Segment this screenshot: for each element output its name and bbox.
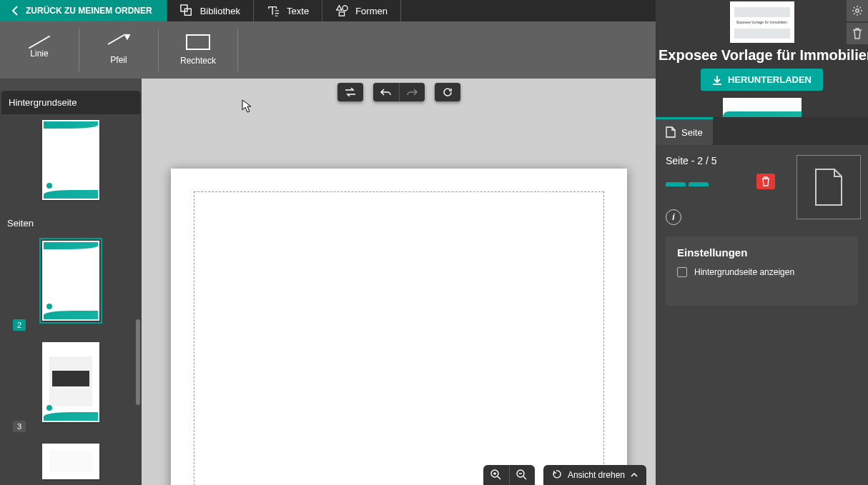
rectangle-icon [186,34,210,50]
secondary-preview [723,98,802,117]
show-background-label: Hintergrundseite anzeigen [694,267,794,277]
redo-button[interactable] [399,83,425,101]
view-controls: Ansicht drehen [483,465,646,485]
page-settings: Einstellungen Hintergrundseite anzeigen [666,236,858,306]
document-preview: Exposee Vorlage für Immobilien [730,1,794,43]
separator [237,29,238,71]
trash-icon [852,28,862,39]
svg-point-7 [856,9,859,12]
property-body: Seite - 2 / 5 i Einstellungen Hintergrun… [656,145,868,485]
delete-document-button[interactable] [847,23,868,44]
zoom-in-button[interactable] [483,465,509,485]
scrollbar[interactable] [136,319,140,405]
settings-title: Einstellungen [677,246,847,259]
tool-arrow-label: Pfeil [110,55,127,65]
shapes-icon [335,4,348,17]
checkbox-icon [677,267,687,277]
svg-rect-1 [184,9,191,15]
delete-page-button[interactable] [756,174,775,189]
background-page-header: Hintergrundseite [1,91,140,114]
page-spread-indicator [666,174,709,186]
svg-marker-2 [337,6,342,10]
background-thumb[interactable] [0,114,142,211]
shape-toolbar: Linie Pfeil Rechteck [0,21,656,79]
canvas-area [142,79,656,485]
tab-shapes[interactable]: Formen [322,0,400,21]
redo-icon [406,88,418,96]
tab-texts-label: Texte [287,6,309,16]
back-to-folder-button[interactable]: ZURÜCK ZU MEINEM ORDNER [0,0,167,21]
chevron-left-icon [11,6,19,16]
settings-button[interactable] [847,0,868,21]
tool-rectangle-label: Rechteck [180,56,216,66]
trash-icon [761,176,770,186]
svg-rect-0 [181,5,187,11]
tool-rectangle[interactable]: Rechteck [159,21,237,79]
download-icon [712,75,722,85]
line-icon [29,36,50,49]
page-thumb-3[interactable]: 3 [0,336,142,438]
tool-arrow[interactable]: Pfeil [79,21,158,79]
refresh-button[interactable] [435,83,460,101]
text-icon [267,4,280,17]
zoom-out-icon [516,469,528,481]
back-label: ZURÜCK ZU MEINEM ORDNER [26,6,152,16]
tab-page[interactable]: Seite [656,117,713,145]
info-button[interactable]: i [666,209,681,225]
page-icon [666,126,676,138]
library-icon [180,4,193,17]
rotate-view-label: Ansicht drehen [568,470,625,480]
pages-header: Seiten [0,211,142,235]
undo-icon [380,88,392,96]
svg-rect-4 [340,12,345,16]
document-page[interactable] [171,169,627,485]
undo-button[interactable] [373,83,399,101]
separator [400,0,401,21]
tool-line[interactable]: Linie [0,21,79,79]
preview-caption: Exposee Vorlage für Immobilien [730,20,794,24]
page-margins-guide [194,191,604,485]
chevron-up-icon [631,473,638,477]
pages-panel: Hintergrundseite Seiten 2 3 [0,91,142,485]
tool-line-label: Linie [30,49,48,59]
svg-point-3 [342,6,347,11]
properties-panel: Exposee Vorlage für Immobilien Exposee V… [656,0,868,485]
property-tabs: Seite [656,117,868,145]
tab-shapes-label: Formen [355,6,388,16]
download-label: HERUNTERLADEN [728,74,812,85]
rotate-view-button[interactable]: Ansicht drehen [543,465,646,485]
page-number-badge: 3 [13,421,26,432]
show-background-checkbox[interactable]: Hintergrundseite anzeigen [677,267,847,277]
swap-button[interactable] [337,83,363,101]
tab-library[interactable]: Bibliothek [167,0,253,21]
zoom-in-icon [490,469,502,481]
refresh-icon [443,87,453,97]
arrow-icon [107,35,131,49]
zoom-out-button[interactable] [509,465,535,485]
download-button[interactable]: HERUNTERLADEN [701,69,823,91]
canvas-action-bar [337,83,460,101]
rotate-icon [552,470,562,480]
tab-page-label: Seite [681,127,703,138]
page-thumb-2[interactable]: 2 [0,235,142,336]
gear-icon [852,5,863,16]
page-thumb-4[interactable] [0,438,142,485]
tab-texts[interactable]: Texte [254,0,322,21]
page-number-badge: 2 [13,319,26,331]
document-header: Exposee Vorlage für Immobilien Exposee V… [656,0,868,117]
tab-library-label: Bibliothek [200,6,240,16]
document-title: Exposee Vorlage für Immobilien [656,47,868,63]
page-large-preview[interactable] [797,155,861,219]
page-outline-icon [813,168,844,206]
swap-icon [345,88,356,96]
